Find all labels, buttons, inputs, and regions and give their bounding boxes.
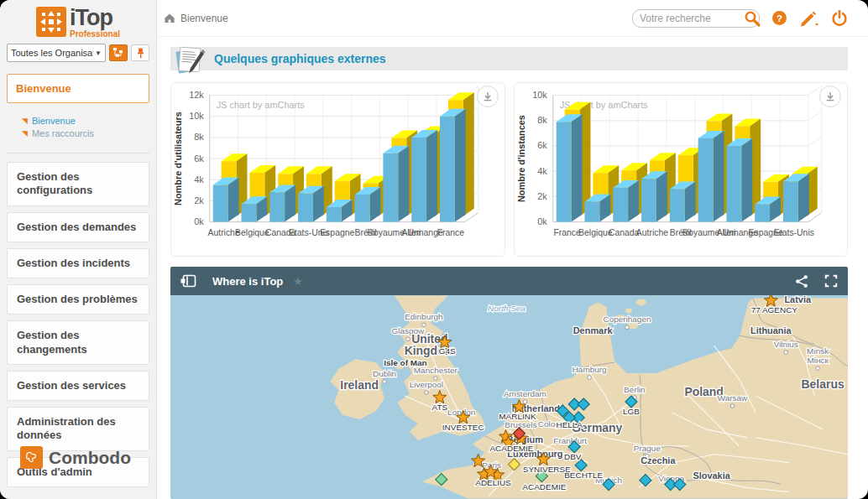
edit-dashboard-button[interactable] — [799, 10, 819, 27]
svg-text:Belarus: Belarus — [802, 377, 844, 391]
main-area: Bienvenue ? — [157, 0, 868, 499]
sidebar-item-mes-raccourcis[interactable]: ◥ Mes raccourcis — [22, 128, 149, 138]
sidebar-group-changements[interactable]: Gestion des changements — [7, 320, 149, 365]
sidebar-item-label: Bienvenue — [32, 116, 76, 126]
map-panel-header: Where is iTop ★ — [170, 267, 848, 295]
combodo-brand-text: Combodo — [49, 448, 131, 468]
bullet-icon: ◥ — [22, 129, 28, 138]
svg-text:Prague: Prague — [634, 444, 661, 453]
download-icon — [483, 87, 493, 106]
fullscreen-icon[interactable] — [824, 274, 838, 288]
sidebar-menu: Bienvenue ◥ Bienvenue ◥ Mes raccourcis G… — [0, 62, 156, 493]
svg-text:0k: 0k — [537, 216, 547, 226]
app-window: iTop Professional Toutes les Organisatio… — [0, 0, 868, 499]
svg-text:Liverpool: Liverpool — [410, 380, 443, 389]
search-input[interactable] — [632, 9, 760, 28]
search-icon — [743, 9, 761, 28]
sidebar-item-bienvenue[interactable]: ◥ Bienvenue — [22, 116, 149, 126]
sidebar-group-incidents[interactable]: Gestion des incidents — [7, 248, 149, 278]
svg-text:France: France — [553, 228, 581, 237]
favorite-star-icon[interactable]: ★ — [293, 275, 303, 288]
svg-text:Amsterdam: Amsterdam — [504, 389, 546, 398]
power-icon — [831, 10, 848, 27]
svg-text:2k: 2k — [537, 191, 547, 201]
svg-text:ACADEMIE: ACADEMIE — [522, 482, 566, 491]
sitemap-icon — [113, 48, 123, 58]
sidebar-item-label: Mes raccourcis — [32, 128, 94, 138]
svg-text:Slovakia: Slovakia — [693, 470, 730, 481]
map-panel: Where is iTop ★ — [170, 267, 848, 499]
search-button[interactable] — [743, 9, 761, 28]
svg-text:8k: 8k — [194, 132, 204, 142]
logoff-button[interactable] — [831, 10, 848, 27]
chart-utilisateurs: 0k2k4k6k8k10k12kJS chart by amChartsNomb… — [170, 82, 505, 257]
svg-text:DBV: DBV — [564, 452, 582, 461]
document-pencil-icon — [174, 44, 206, 78]
svg-text:10k: 10k — [189, 111, 204, 121]
organization-dropdown[interactable]: Toutes les Organisation ▼ — [7, 44, 106, 62]
svg-text:INVESTEC: INVESTEC — [442, 423, 484, 432]
chart-export-button[interactable] — [819, 86, 841, 107]
svg-text:ACADEMIE: ACADEMIE — [489, 444, 533, 453]
svg-text:Frankfurt: Frankfurt — [553, 436, 587, 445]
svg-text:ATS: ATS — [431, 403, 447, 412]
section-title: Quelques graphiques externes — [214, 52, 386, 65]
help-icon: ? — [771, 10, 787, 26]
svg-text:LGB: LGB — [623, 407, 640, 416]
sidebar-group-bienvenue[interactable]: Bienvenue — [7, 74, 149, 103]
svg-text:77 AGENCY: 77 AGENCY — [751, 305, 798, 314]
chart-instances-canvas: 0k2k4k6k8k10kJS chart by amChartsNombre … — [515, 83, 848, 256]
svg-text:Мінск: Мінск — [807, 356, 829, 365]
svg-text:Berlin: Berlin — [624, 385, 645, 394]
breadcrumb[interactable]: Bienvenue — [164, 13, 228, 24]
map-panel-title: Where is iTop — [212, 275, 283, 288]
breadcrumb-label: Bienvenue — [180, 13, 228, 24]
top-bar: Bienvenue ? — [157, 0, 868, 37]
svg-text:Warsaw: Warsaw — [718, 393, 748, 403]
svg-text:2k: 2k — [194, 195, 204, 205]
svg-text:Etats-Unis: Etats-Unis — [773, 228, 813, 237]
sidebar-group-services[interactable]: Gestion des services — [7, 371, 149, 401]
svg-text:Ireland: Ireland — [340, 378, 379, 392]
share-icon[interactable] — [795, 274, 809, 288]
svg-text:G4S: G4S — [439, 346, 456, 356]
svg-text:4k: 4k — [537, 166, 547, 176]
sidebar-group-administration[interactable]: Administration des données — [7, 407, 149, 451]
svg-text:?: ? — [776, 13, 782, 23]
itop-logo-icon — [36, 7, 66, 37]
organization-dropdown-value: Toutes les Organisation — [11, 48, 93, 58]
svg-text:MARLINK: MARLINK — [499, 412, 536, 421]
svg-text:Nombre d'utilisateurs: Nombre d'utilisateurs — [173, 112, 183, 205]
svg-text:Hamburg: Hamburg — [573, 365, 607, 374]
help-button[interactable]: ? — [771, 10, 787, 26]
sidebar-group-demandes[interactable]: Gestion des demandes — [7, 212, 149, 242]
chart-export-button[interactable] — [477, 86, 499, 107]
combodo-logo[interactable]: Combodo — [20, 446, 131, 469]
itop-logo[interactable]: iTop Professional — [0, 0, 156, 40]
svg-text:Nombre d'instances: Nombre d'instances — [515, 115, 526, 202]
svg-text:Dublin: Dublin — [373, 369, 396, 378]
svg-text:North Sea: North Sea — [488, 304, 526, 313]
chart-utilisateurs-canvas: 0k2k4k6k8k10k12kJS chart by amChartsNomb… — [171, 83, 505, 256]
org-hierarchy-button[interactable] — [109, 44, 128, 61]
svg-text:BECHTLE: BECHTLE — [564, 470, 603, 480]
sidebar-submenu: ◥ Bienvenue ◥ Mes raccourcis — [7, 103, 149, 153]
combodo-logo-icon — [20, 446, 43, 469]
svg-text:12k: 12k — [189, 90, 204, 100]
map-viewport: North SeaEdinburghGlasgowUnitedKingdomIs… — [170, 295, 848, 499]
sidebar-group-problemes[interactable]: Gestion des problèmes — [7, 284, 149, 314]
svg-text:ADELIUS: ADELIUS — [475, 478, 511, 487]
pin-menu-button[interactable] — [131, 44, 149, 61]
logo-subtitle: Professional — [70, 30, 120, 39]
svg-text:Manchester: Manchester — [414, 366, 458, 375]
sidebar-group-configurations[interactable]: Gestion des configurations — [7, 162, 149, 206]
svg-text:Espagne: Espagne — [320, 228, 354, 237]
svg-text:Copenhagen: Copenhagen — [603, 314, 651, 324]
dashboard-content: Quelques graphiques externes 0k2k4k6k8k1… — [157, 37, 868, 499]
svg-text:Denmark: Denmark — [573, 325, 614, 335]
map-canvas[interactable]: North SeaEdinburghGlasgowUnitedKingdomIs… — [170, 295, 848, 499]
combodo-glyph — [24, 450, 39, 465]
charts-row: 0k2k4k6k8k10k12kJS chart by amChartsNomb… — [170, 82, 848, 257]
panel-toggle-icon[interactable] — [180, 273, 197, 288]
sidebar: iTop Professional Toutes les Organisatio… — [0, 0, 157, 499]
